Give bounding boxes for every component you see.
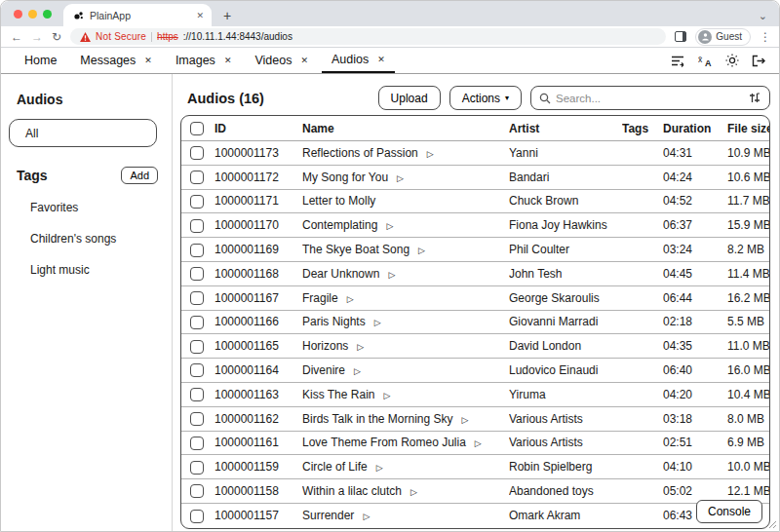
table-row[interactable]: 1000001161 Love Theme From Romeo Julia▷ … — [181, 432, 769, 456]
profile-button[interactable]: Guest — [695, 28, 751, 46]
row-checkbox[interactable] — [190, 510, 204, 523]
row-checkbox[interactable] — [190, 461, 204, 475]
sidebar-item-all[interactable]: All — [9, 119, 157, 147]
tab-strip-chevron-icon[interactable]: ⌄ — [759, 10, 767, 22]
app-tab-close-icon[interactable]: ✕ — [300, 56, 308, 65]
table-row[interactable]: 1000001165 Horizons▷ David London 04:35 … — [181, 334, 769, 359]
logout-icon[interactable] — [752, 55, 765, 67]
app-tab[interactable]: Messages ✕ — [70, 48, 162, 73]
row-checkbox[interactable] — [190, 146, 204, 160]
play-icon[interactable]: ▷ — [462, 415, 469, 425]
row-checkbox[interactable] — [190, 388, 204, 401]
forward-button[interactable]: → — [31, 30, 43, 44]
app-tab-label: Messages — [80, 54, 136, 67]
app-tab-close-icon[interactable]: ✕ — [144, 56, 152, 65]
row-checkbox[interactable] — [190, 171, 204, 184]
play-icon[interactable]: ▷ — [374, 318, 381, 327]
table-row[interactable]: 1000001167 Fragile▷ George Skaroulis 06:… — [181, 286, 769, 311]
play-icon[interactable]: ▷ — [397, 173, 404, 183]
zoom-window-button[interactable] — [43, 10, 52, 19]
reload-button[interactable]: ↻ — [52, 30, 61, 44]
search-input[interactable] — [556, 93, 743, 104]
add-tag-button[interactable]: Add — [121, 167, 158, 184]
row-checkbox[interactable] — [190, 437, 204, 450]
sidebar-tag-item[interactable]: Light music — [17, 254, 158, 285]
row-checkbox[interactable] — [190, 412, 204, 426]
app-tab-bar: Home Messages ✕ Images ✕ Videos ✕ Audios… — [1, 48, 779, 74]
column-header-tags[interactable]: Tags — [622, 122, 663, 135]
table-row[interactable]: 1000001158 Within a lilac clutch▷ Abando… — [181, 479, 769, 504]
address-bar[interactable]: Not Secure https ://10.11.1.44:8443/audi… — [70, 28, 666, 45]
play-icon[interactable]: ▷ — [475, 438, 482, 448]
column-header-duration[interactable]: Duration — [663, 122, 727, 135]
search-box[interactable] — [530, 86, 770, 110]
play-icon[interactable]: ▷ — [427, 149, 434, 159]
tab-close-icon[interactable]: ✕ — [196, 11, 204, 20]
new-tab-button[interactable]: + — [223, 8, 231, 23]
table-row[interactable]: 1000001172 My Song for You▷ Bandari 04:2… — [181, 166, 769, 190]
select-all-checkbox[interactable] — [190, 122, 204, 135]
upload-button[interactable]: Upload — [378, 86, 441, 110]
table-row[interactable]: 1000001159 Circle of Life▷ Robin Spielbe… — [181, 455, 769, 479]
play-icon[interactable]: ▷ — [376, 463, 383, 473]
close-window-button[interactable] — [14, 10, 22, 19]
translate-icon[interactable]: x̄A — [698, 55, 713, 67]
row-checkbox[interactable] — [190, 195, 204, 209]
console-button[interactable]: Console — [696, 500, 762, 523]
column-header-filesize[interactable]: File size — [727, 122, 769, 135]
play-icon[interactable]: ▷ — [388, 270, 395, 280]
row-duration: 04:10 — [663, 460, 727, 474]
play-icon[interactable]: ▷ — [347, 294, 354, 304]
row-checkbox[interactable] — [190, 291, 204, 305]
table-row[interactable]: 1000001157 Surrender▷ Omark Akram 06:43 — [181, 504, 769, 528]
app-tab-close-icon[interactable]: ✕ — [224, 56, 232, 65]
row-checkbox[interactable] — [190, 219, 204, 233]
row-checkbox[interactable] — [190, 484, 204, 498]
play-icon[interactable]: ▷ — [354, 366, 361, 376]
sidebar-tag-item[interactable]: Favorites — [17, 192, 158, 223]
play-icon[interactable]: ▷ — [418, 246, 425, 255]
table-row[interactable]: 1000001170 Contemplating▷ Fiona Joy Hawk… — [181, 213, 769, 238]
minimize-window-button[interactable] — [28, 10, 37, 19]
table-row[interactable]: 1000001163 Kiss The Rain▷ Yiruma 04:20 1… — [181, 383, 769, 407]
sidebar-tag-item[interactable]: Children's songs — [17, 223, 158, 254]
actions-button[interactable]: Actions ▾ — [449, 86, 522, 110]
table-row[interactable]: 1000001169 The Skye Boat Song▷ Phil Coul… — [181, 238, 769, 262]
app-tab[interactable]: Images ✕ — [166, 48, 242, 73]
browser-menu-icon[interactable]: ⋮ — [760, 30, 771, 44]
play-icon[interactable]: ▷ — [357, 342, 364, 352]
table-row[interactable]: 1000001171 Letter to Molly Chuck Brown 0… — [181, 190, 769, 214]
filter-sliders-icon[interactable] — [748, 92, 761, 104]
app-tab-close-icon[interactable]: ✕ — [377, 55, 385, 64]
table-row[interactable]: 1000001166 Paris Nights▷ Giovanni Marrad… — [181, 311, 769, 335]
table-row[interactable]: 1000001173 Reflections of Passion▷ Yanni… — [181, 141, 769, 166]
play-icon[interactable]: ▷ — [386, 221, 393, 231]
tasks-icon[interactable] — [671, 55, 685, 67]
row-checkbox[interactable] — [190, 316, 204, 329]
row-checkbox[interactable] — [190, 267, 204, 281]
browser-window: PlainApp ✕ + ⌄ ← → ↻ Not Secure https :/… — [0, 0, 780, 532]
table-row[interactable]: 1000001162 Birds Talk in the Morning Sky… — [181, 407, 769, 432]
column-header-name[interactable]: Name — [302, 122, 509, 135]
row-duration: 03:18 — [663, 412, 727, 426]
column-header-artist[interactable]: Artist — [509, 122, 622, 135]
row-id: 1000001165 — [214, 339, 302, 353]
theme-sun-icon[interactable] — [725, 54, 739, 67]
play-icon[interactable]: ▷ — [410, 487, 417, 497]
table-row[interactable]: 1000001168 Dear Unknown▷ John Tesh 04:45… — [181, 262, 769, 286]
play-icon[interactable]: ▷ — [383, 391, 390, 400]
resize-handle[interactable] — [768, 520, 777, 529]
browser-tab[interactable]: PlainApp ✕ — [63, 4, 212, 26]
app-tab[interactable]: Home — [15, 48, 66, 73]
row-checkbox[interactable] — [190, 340, 204, 354]
app-tab-label: Home — [24, 54, 57, 67]
app-tab[interactable]: Videos ✕ — [245, 48, 318, 73]
row-checkbox[interactable] — [190, 363, 204, 377]
row-checkbox[interactable] — [190, 244, 204, 257]
table-row[interactable]: 1000001164 Divenire▷ Ludovico Einaudi 06… — [181, 359, 769, 383]
column-header-id[interactable]: ID — [214, 122, 302, 135]
app-tab[interactable]: Audios ✕ — [322, 48, 395, 73]
back-button[interactable]: ← — [11, 30, 22, 44]
side-panel-icon[interactable] — [675, 31, 686, 42]
play-icon[interactable]: ▷ — [363, 512, 370, 521]
